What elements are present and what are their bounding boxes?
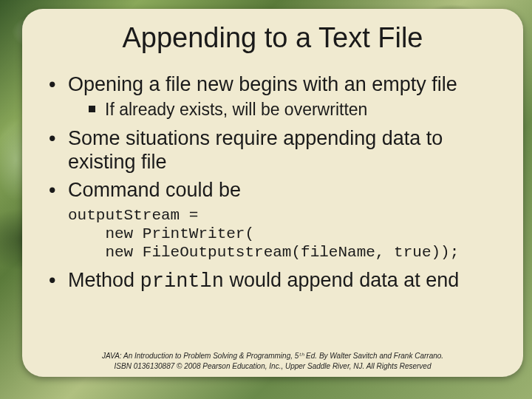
bullet-2-text: Some situations require appending data t…: [68, 127, 443, 173]
slide-footer: JAVA: An Introduction to Problem Solving…: [22, 351, 523, 371]
bullet-4-post: would append data at end: [224, 269, 459, 291]
bullet-1: Opening a file new begins with an empty …: [49, 73, 502, 120]
footer-line-1: JAVA: An Introduction to Problem Solving…: [22, 351, 523, 361]
slide-card: Appending to a Text File Opening a file …: [22, 9, 523, 377]
footer-line-2: ISBN 0136130887 © 2008 Pearson Education…: [22, 361, 523, 372]
bullet-3-text: Command could be: [68, 179, 241, 201]
bullet-3: Command could be: [49, 179, 502, 202]
bullet-1-sub-1: If already exists, will be overwritten: [89, 100, 502, 120]
bullet-4: Method println would append data at end: [49, 269, 502, 294]
bullet-list: Opening a file new begins with an empty …: [43, 73, 502, 202]
bullet-4-pre: Method: [68, 269, 140, 291]
bullet-1-text: Opening a file new begins with an empty …: [68, 73, 457, 95]
bullet-1-sublist: If already exists, will be overwritten: [68, 100, 502, 120]
code-block: outputStream = new PrintWriter( new File…: [43, 207, 502, 262]
bullet-1-sub-1-text: If already exists, will be overwritten: [105, 100, 367, 119]
slide-title: Appending to a Text File: [43, 22, 502, 54]
bullet-list-2: Method println would append data at end: [43, 269, 502, 294]
inline-code-println: println: [140, 270, 224, 293]
bullet-2: Some situations require appending data t…: [49, 127, 502, 174]
